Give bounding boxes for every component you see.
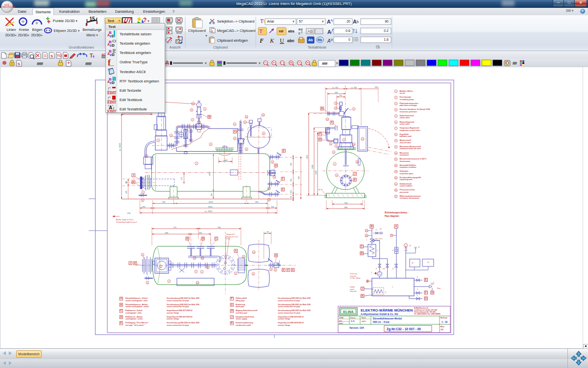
svg-text:B: B [202,237,204,240]
svg-text:E: E [425,278,427,281]
svg-text:resistance thermometer: resistance thermometer [400,197,420,199]
svg-text:6: 6 [253,273,254,275]
svg-text:temperatur control valve: temperatur control valve [400,130,420,131]
svg-text:Menü ▾: Menü ▾ [86,33,98,37]
svg-text:Ansicht: Ansicht [170,46,181,49]
svg-text:set point: set point [350,275,356,277]
svg-text:8: 8 [269,187,270,190]
svg-text:EDIT: EDIT [107,100,116,105]
svg-text:screw connection for pi: screw connection for pipe [278,300,300,302]
svg-text:Clipboard: Clipboard [188,28,206,33]
svg-text:counter flange: counter flange [278,324,290,326]
svg-text:370: 370 [181,177,183,180]
svg-text:17: 17 [244,121,246,124]
svg-text:7: 7 [366,239,367,241]
svg-text:5: 5 [395,115,396,117]
svg-text:A: A [327,38,331,44]
svg-text:D: D [112,43,115,48]
svg-text:Clipboard einfügen: Clipboard einfügen [217,38,248,43]
svg-text:500: 500 [344,202,348,204]
svg-text:screw connection for pi: screw connection for pipe [278,312,300,314]
svg-text:1: 1 [204,108,205,110]
svg-text:K: K [270,37,274,44]
svg-text:360: 360 [125,181,127,184]
svg-text:15: 15 [362,138,364,140]
svg-text:automatic ventilator: automatic ventilator [400,166,417,168]
svg-text:Dampfanschluß 8 bar: Dampfanschluß 8 bar [236,316,254,318]
svg-text:5: 5 [433,282,434,284]
svg-text:###: ### [85,61,92,66]
svg-text:ca. 325: ca. 325 [332,87,338,89]
svg-text:H: H [431,291,433,294]
svg-text:1.6: 1.6 [384,38,389,41]
svg-text:D: D [186,237,188,240]
svg-text:coolingwater -inlet-: coolingwater -inlet- [125,312,143,314]
svg-text:Verschraubung DIN 2353 für Roh: Verschraubung DIN 2353 für Rohr D25 [167,297,199,299]
svg-text:EDIT: EDIT [107,91,116,95]
svg-text:shut-off valve: shut-off valve [400,142,411,144]
svg-text:K: K [134,262,136,264]
svg-text:Selejktion--> Clipboard: Selejktion--> Clipboard [217,19,254,24]
svg-text:Gegenflansch DIN 2573 DN 32: Gegenflansch DIN 2573 DN 32 [167,310,192,312]
svg-text:635: 635 [165,232,169,234]
svg-text:pressostat: pressostat [400,191,409,193]
svg-text:Zg.Nr.C32 - 10 007 - 00: Zg.Nr.C32 - 10 007 - 00 [387,327,421,331]
svg-text:Stopfen R 1": Stopfen R 1" [226,234,236,236]
svg-text:c: c [298,31,300,35]
svg-text:Datum: Datum [350,317,356,319]
svg-text:325: 325 [199,232,202,234]
svg-text:condensate outlet: condensate outlet [236,324,251,326]
svg-text:400: 400 [375,86,378,88]
svg-text:1410: 1410 [306,155,308,159]
svg-text:8: 8 [417,276,418,278]
svg-text:Name: Name [362,317,366,319]
svg-text:446: 446 [298,176,300,179]
svg-text:▾: ▾ [205,61,207,65]
svg-text:AB: AB [307,29,313,34]
svg-text:Verschraubung DIN 2353 für Roh: Verschraubung DIN 2353 für Rohr D25 [278,310,311,312]
svg-text:T: T [260,18,264,24]
svg-text:Verschraubung DIN 2353 für Roh: Verschraubung DIN 2353 für Rohr D25 [167,304,199,306]
svg-text:Dismantling length for pos.4: Dismantling length for pos.4 [116,221,137,223]
svg-text:Rückschlagventil: Rückschlagventil [400,121,415,123]
svg-text:E: E [283,149,285,152]
svg-text:J: J [354,172,356,175]
svg-text:abs: abs [288,29,294,33]
svg-text:Verschraubung DIN 2353 für Roh: Verschraubung DIN 2353 für Rohr D25 [278,304,311,306]
svg-text:B: B [120,303,122,306]
svg-text:3200: 3200 [209,201,214,203]
svg-text:Absperrventil: Absperrventil [400,139,411,141]
svg-text:A: A [353,19,357,25]
svg-text:Plattenwärmetauscher: Plattenwärmetauscher [400,103,419,105]
svg-text:?: ? [143,17,147,24]
svg-text:G: G [282,188,284,191]
svg-text:coolingwater -outlet-: coolingwater -outlet- [125,318,144,320]
svg-text:Maschinenthermometer 0-100°C: Maschinenthermometer 0-100°C [400,158,427,160]
svg-text:D: D [120,315,122,318]
svg-text:Telefon-Sammel-Nr. 587-069: Telefon-Sammel-Nr. 587-069 [414,311,436,313]
svg-text:screw connection for pi: screw connection for pipe [167,306,189,308]
svg-text:12: 12 [253,251,255,254]
svg-text:Ellipsen 2D/3D ▾: Ellipsen 2D/3D ▾ [53,28,80,33]
svg-text:A: A [395,225,397,228]
svg-text:Ab: Ab [308,38,313,42]
svg-text:271: 271 [173,226,177,229]
svg-text:F: F [425,291,427,294]
svg-text:J: J [362,287,363,290]
svg-text:Meßstab: Meßstab [441,317,447,319]
svg-text:ø630: ø630 [209,172,211,176]
svg-text:nozzle coolingwater -outlet-: nozzle coolingwater -outlet- [125,306,149,308]
svg-text:8: 8 [243,256,244,258]
svg-text:safety valve: safety valve [400,117,410,119]
svg-text:H: H [231,309,233,312]
svg-text:Kugelhahn: Kugelhahn [400,133,409,135]
svg-text:15: 15 [395,183,397,185]
svg-text:plate heat-exchanger: plate heat-exchanger [400,105,418,106]
svg-text:welz.: welz. [361,320,367,322]
svg-text:Prüfabgang "Öl in Wasser": Prüfabgang "Öl in Wasser" [125,321,148,324]
svg-text:100: 100 [277,263,279,265]
svg-text:screw connection for pi: screw connection for pipe [278,306,300,308]
svg-text:filling pipe: filling pipe [236,300,245,302]
svg-text:Ø 10: Ø 10 [318,189,322,191]
svg-text:a: a [331,38,333,41]
